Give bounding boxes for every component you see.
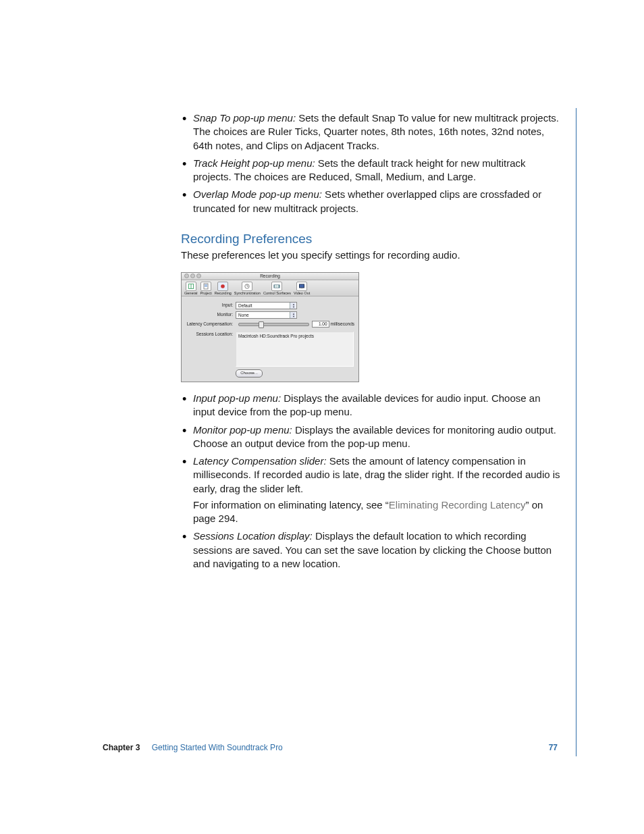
input-row: Input: Default ▲▼ bbox=[186, 302, 354, 309]
term: Input pop-up menu: bbox=[193, 392, 281, 404]
list-item: Sessions Location display: Displays the … bbox=[181, 529, 563, 571]
term: Overlap Mode pop-up menu: bbox=[193, 188, 322, 200]
monitor-row: Monitor: None ▲▼ bbox=[186, 311, 354, 319]
preferences-toolbar: General Project Recording Synchronizatio… bbox=[182, 280, 358, 297]
list-item: Snap To pop-up menu: Sets the default Sn… bbox=[181, 111, 563, 153]
term: Latency Compensation slider: bbox=[193, 455, 327, 467]
sessions-row: Sessions Location: Macintosh HD:Soundtra… bbox=[186, 332, 354, 367]
recording-icon bbox=[217, 282, 228, 291]
project-icon bbox=[200, 282, 211, 291]
section-intro: These preferences let you specify settin… bbox=[181, 249, 563, 262]
tab-recording[interactable]: Recording bbox=[215, 282, 232, 296]
list-item: Monitor pop-up menu: Displays the availa… bbox=[181, 423, 563, 451]
popup-arrows-icon: ▲▼ bbox=[292, 303, 295, 309]
term: Sessions Location display: bbox=[193, 530, 313, 542]
window-title: Recording bbox=[260, 273, 280, 278]
bullet-list-bottom: Input pop-up menu: Displays the availabl… bbox=[181, 392, 563, 571]
choose-button[interactable]: Choose... bbox=[236, 369, 263, 377]
sync-icon bbox=[242, 282, 252, 291]
input-popup[interactable]: Default ▲▼ bbox=[236, 302, 297, 309]
sub-paragraph: For information on eliminating latency, … bbox=[193, 498, 563, 526]
cross-reference-link[interactable]: Eliminating Recording Latency bbox=[389, 499, 526, 511]
tab-project[interactable]: Project bbox=[200, 282, 212, 296]
latency-label: Latency Compensation: bbox=[186, 321, 236, 328]
window-titlebar: Recording bbox=[182, 273, 358, 280]
popup-arrows-icon: ▲▼ bbox=[292, 312, 295, 318]
monitor-label: Monitor: bbox=[186, 312, 236, 318]
video-out-icon bbox=[296, 282, 307, 291]
page-number: 77 bbox=[549, 742, 558, 753]
svg-rect-14 bbox=[300, 284, 304, 288]
input-label: Input: bbox=[186, 303, 236, 309]
preferences-panel: Input: Default ▲▼ Monitor: None ▲▼ Laten… bbox=[182, 296, 358, 382]
tab-video-out[interactable]: Video Out bbox=[294, 282, 310, 296]
sessions-location-display: Macintosh HD:Soundtrack Pro projects bbox=[236, 332, 354, 367]
list-item: Latency Compensation slider: Sets the am… bbox=[181, 454, 563, 525]
page-footer: Chapter 3 Getting Started With Soundtrac… bbox=[103, 742, 564, 753]
list-item: Input pop-up menu: Displays the availabl… bbox=[181, 392, 563, 419]
control-surfaces-icon bbox=[271, 282, 282, 291]
latency-row: Latency Compensation: 1.00 milliseconds bbox=[186, 321, 354, 328]
slider-knob[interactable] bbox=[259, 321, 264, 328]
sessions-label: Sessions Location: bbox=[186, 332, 236, 338]
general-icon bbox=[186, 282, 196, 291]
preferences-window: Recording General Project Recording Sync… bbox=[181, 272, 359, 383]
latency-slider[interactable] bbox=[238, 323, 309, 326]
monitor-popup[interactable]: None ▲▼ bbox=[236, 311, 297, 319]
term: Track Height pop-up menu: bbox=[193, 157, 315, 169]
latency-unit: milliseconds bbox=[331, 321, 354, 328]
traffic-lights bbox=[184, 273, 201, 278]
list-item: Overlap Mode pop-up menu: Sets whether o… bbox=[181, 188, 563, 215]
term: Monitor pop-up menu: bbox=[193, 424, 292, 436]
tab-general[interactable]: General bbox=[184, 282, 198, 296]
svg-rect-15 bbox=[301, 288, 303, 288]
bullet-list-top: Snap To pop-up menu: Sets the default Sn… bbox=[181, 111, 563, 215]
section-heading: Recording Preferences bbox=[181, 230, 563, 248]
chapter-title: Getting Started With Soundtrack Pro bbox=[152, 743, 283, 752]
chapter-label: Chapter 3 bbox=[103, 743, 140, 752]
tab-synchronization[interactable]: Synchronization bbox=[234, 282, 261, 296]
svg-point-5 bbox=[221, 284, 225, 288]
list-item: Track Height pop-up menu: Sets the defau… bbox=[181, 157, 563, 184]
page-edge-rule bbox=[576, 108, 576, 756]
tab-control-surfaces[interactable]: Control Surfaces bbox=[263, 282, 291, 296]
latency-value[interactable]: 1.00 bbox=[312, 321, 329, 328]
term: Snap To pop-up menu: bbox=[193, 112, 296, 124]
